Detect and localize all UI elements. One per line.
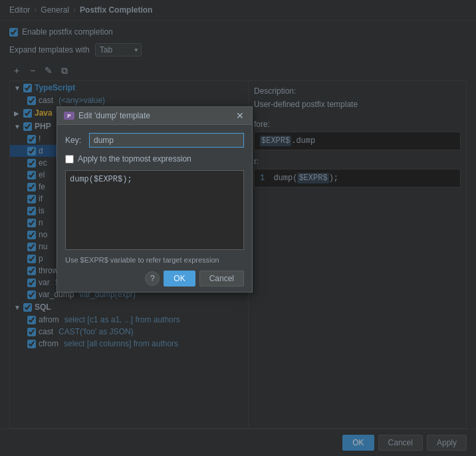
key-label: Key: — [65, 136, 84, 145]
key-field-row: Key: — [65, 133, 244, 148]
dialog-titlebar: P Edit 'dump' template ✕ — [57, 107, 252, 125]
key-input[interactable] — [89, 133, 244, 148]
apply-topmost-label: Apply to the topmost expression — [78, 154, 191, 164]
dialog-overlay: P Edit 'dump' template ✕ Key: Apply to t… — [0, 0, 476, 456]
dialog-title-text: Edit 'dump' template — [78, 111, 150, 120]
settings-panel: Editor › General › Postfix Completion En… — [0, 0, 476, 456]
dialog-ok-button[interactable]: OK — [164, 271, 195, 286]
dialog-cancel-button[interactable]: Cancel — [199, 271, 244, 286]
help-button[interactable]: ? — [145, 271, 160, 286]
apply-topmost-row: Apply to the topmost expression — [65, 154, 244, 164]
apply-topmost-checkbox[interactable] — [65, 155, 74, 164]
dialog-title: P Edit 'dump' template — [64, 111, 150, 120]
code-editor[interactable]: dump($EXPR$); — [65, 170, 244, 250]
php-icon: P — [64, 112, 74, 120]
dialog-actions: ? OK Cancel — [65, 271, 244, 286]
edit-template-dialog: P Edit 'dump' template ✕ Key: Apply to t… — [57, 106, 253, 292]
dialog-hint: Use $EXPR$ variable to refer target expr… — [65, 256, 244, 264]
dialog-body: Key: Apply to the topmost expression dum… — [57, 125, 252, 292]
dialog-close-button[interactable]: ✕ — [235, 111, 245, 120]
